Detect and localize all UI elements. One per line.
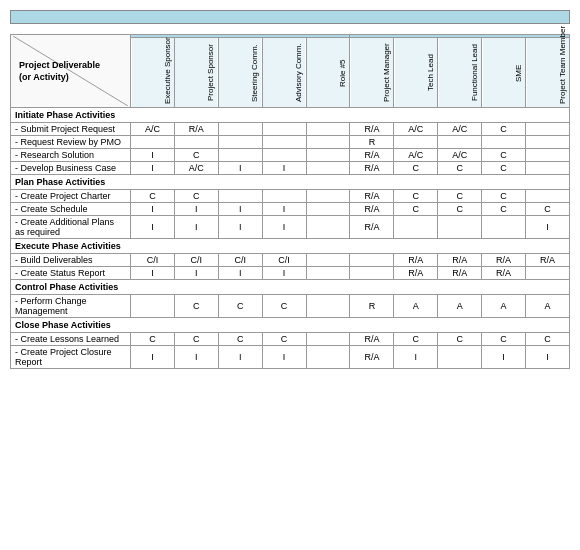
raci-cell: [262, 149, 306, 162]
raci-cell: [526, 149, 570, 162]
raci-cell: C: [174, 295, 218, 318]
raci-cell: [262, 123, 306, 136]
raci-cell: C: [438, 162, 482, 175]
raci-cell: A: [526, 295, 570, 318]
raci-cell: I: [131, 346, 175, 369]
raci-cell: R/A: [350, 203, 394, 216]
raci-cell: [438, 136, 482, 149]
col-header-7: Functional Lead: [438, 38, 482, 108]
raci-cell: A/C: [394, 123, 438, 136]
raci-cell: R/A: [526, 254, 570, 267]
table-body: Initiate Phase Activities- Submit Projec…: [11, 108, 570, 369]
raci-cell: I: [262, 203, 306, 216]
col-header-5: Project Manager: [350, 38, 394, 108]
raci-cell: I: [526, 346, 570, 369]
raci-cell: [526, 162, 570, 175]
data-row: - Create Project Closure ReportIIIIR/AII…: [11, 346, 570, 369]
raci-cell: I: [131, 216, 175, 239]
raci-cell: [262, 136, 306, 149]
raci-cell: C: [174, 333, 218, 346]
col-header-3: Advisory Comm.: [262, 38, 306, 108]
section-header: Initiate Phase Activities: [11, 108, 570, 123]
data-row: - Develop Business CaseIA/CIIR/ACCC: [11, 162, 570, 175]
raci-cell: A/C: [394, 149, 438, 162]
raci-cell: [394, 136, 438, 149]
raci-cell: C: [394, 190, 438, 203]
activity-label: - Create Additional Plans as required: [11, 216, 131, 239]
raci-cell: I: [131, 149, 175, 162]
raci-cell: R: [350, 136, 394, 149]
raci-cell: C: [482, 203, 526, 216]
data-row: - Request Review by PMOR: [11, 136, 570, 149]
raci-cell: C/I: [174, 254, 218, 267]
raci-cell: [350, 254, 394, 267]
raci-cell: I: [174, 346, 218, 369]
raci-cell: R/A: [394, 267, 438, 280]
raci-cell: [218, 123, 262, 136]
data-row: - Create Additional Plans as requiredIII…: [11, 216, 570, 239]
raci-cell: I: [218, 346, 262, 369]
section-header: Close Phase Activities: [11, 318, 570, 333]
raci-cell: I: [174, 267, 218, 280]
raci-cell: R/A: [350, 346, 394, 369]
raci-cell: C: [438, 333, 482, 346]
raci-cell: C: [482, 162, 526, 175]
col-header-8: SME: [482, 38, 526, 108]
raci-cell: R/A: [394, 254, 438, 267]
section-row: Control Phase Activities: [11, 280, 570, 295]
section-header: Execute Phase Activities: [11, 239, 570, 254]
col-header-9: Project Team Member: [526, 38, 570, 108]
raci-cell: R/A: [350, 216, 394, 239]
raci-cell: I: [131, 203, 175, 216]
raci-cell: [482, 216, 526, 239]
raci-cell: I: [262, 216, 306, 239]
raci-cell: R/A: [350, 149, 394, 162]
section-row: Execute Phase Activities: [11, 239, 570, 254]
activity-label: - Develop Business Case: [11, 162, 131, 175]
raci-cell: [131, 136, 175, 149]
activity-label: - Create Status Report: [11, 267, 131, 280]
section-row: Close Phase Activities: [11, 318, 570, 333]
activity-label: - Create Project Closure Report: [11, 346, 131, 369]
data-row: - Create Status ReportIIIIR/AR/AR/A: [11, 267, 570, 280]
raci-cell: I: [262, 346, 306, 369]
col-header-0: Executive Sponsor: [131, 38, 175, 108]
raci-cell: R/A: [438, 267, 482, 280]
data-row: - Create ScheduleIIIIR/ACCCC: [11, 203, 570, 216]
data-row: - Perform Change ManagementCCCRAAAA: [11, 295, 570, 318]
raci-cell: [526, 123, 570, 136]
raci-cell: I: [526, 216, 570, 239]
raci-cell: I: [482, 346, 526, 369]
raci-cell: A/C: [438, 123, 482, 136]
raci-cell: [526, 190, 570, 203]
raci-cell: C: [482, 123, 526, 136]
activity-label: - Research Solution: [11, 149, 131, 162]
raci-cell: [394, 216, 438, 239]
raci-cell: I: [174, 216, 218, 239]
activity-label: - Perform Change Management: [11, 295, 131, 318]
raci-cell: C: [394, 203, 438, 216]
raci-cell: I: [131, 162, 175, 175]
activity-label: - Create Schedule: [11, 203, 131, 216]
raci-cell: R/A: [438, 254, 482, 267]
raci-cell: [218, 149, 262, 162]
raci-cell: [306, 149, 350, 162]
activity-label: - Request Review by PMO: [11, 136, 131, 149]
col-header-2: Steering Comm.: [218, 38, 262, 108]
raci-cell: [306, 216, 350, 239]
raci-cell: C/I: [262, 254, 306, 267]
raci-cell: C: [482, 333, 526, 346]
raci-cell: [482, 136, 526, 149]
raci-cell: A/C: [174, 162, 218, 175]
raci-cell: [306, 123, 350, 136]
section-row: Initiate Phase Activities: [11, 108, 570, 123]
raci-cell: [306, 267, 350, 280]
raci-cell: A/C: [131, 123, 175, 136]
raci-cell: C/I: [131, 254, 175, 267]
data-row: - Submit Project RequestA/CR/AR/AA/CA/CC: [11, 123, 570, 136]
raci-cell: [262, 190, 306, 203]
data-row: - Research SolutionICR/AA/CA/CC: [11, 149, 570, 162]
raci-cell: C: [394, 333, 438, 346]
raci-cell: C: [438, 190, 482, 203]
raci-cell: R/A: [482, 254, 526, 267]
